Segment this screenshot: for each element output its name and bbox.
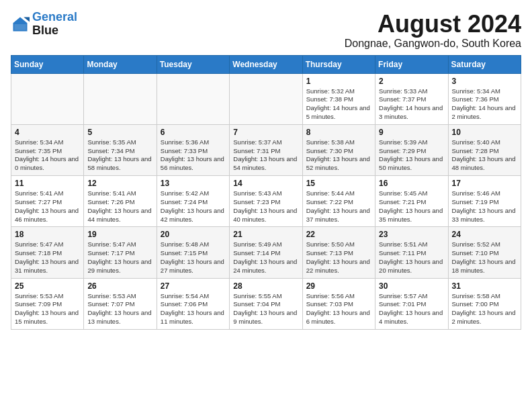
calendar-cell: 8Sunrise: 5:38 AM Sunset: 7:30 PM Daylig… [302,124,375,175]
logo-line2: Blue [32,24,77,38]
calendar-cell: 13Sunrise: 5:42 AM Sunset: 7:24 PM Dayli… [157,176,229,227]
day-number: 4 [15,128,80,137]
calendar-cell: 17Sunrise: 5:46 AM Sunset: 7:19 PM Dayli… [448,176,521,227]
weekday-header-saturday: Saturday [448,55,521,73]
day-content: Sunrise: 5:45 AM Sunset: 7:21 PM Dayligh… [379,189,444,224]
calendar-week-4: 18Sunrise: 5:47 AM Sunset: 7:18 PM Dayli… [11,227,521,278]
day-content: Sunrise: 5:35 AM Sunset: 7:34 PM Dayligh… [87,138,152,173]
logo-text: General Blue [32,11,77,38]
day-number: 27 [161,281,226,291]
day-number: 2 [379,77,444,86]
calendar-cell [157,73,229,124]
day-number: 20 [161,230,226,239]
day-number: 17 [452,179,517,188]
day-number: 21 [233,230,298,239]
day-content: Sunrise: 5:41 AM Sunset: 7:26 PM Dayligh… [87,189,152,224]
day-content: Sunrise: 5:41 AM Sunset: 7:27 PM Dayligh… [15,189,80,224]
calendar-cell: 28Sunrise: 5:55 AM Sunset: 7:04 PM Dayli… [230,278,302,329]
calendar-cell: 21Sunrise: 5:49 AM Sunset: 7:14 PM Dayli… [230,227,302,278]
day-number: 3 [452,77,517,86]
day-number: 24 [452,230,517,239]
day-content: Sunrise: 5:32 AM Sunset: 7:38 PM Dayligh… [306,87,371,122]
day-number: 1 [306,77,371,86]
calendar-cell: 9Sunrise: 5:39 AM Sunset: 7:29 PM Daylig… [375,124,448,175]
logo: General Blue [11,11,77,38]
calendar-cell: 16Sunrise: 5:45 AM Sunset: 7:21 PM Dayli… [375,176,448,227]
svg-rect-2 [14,24,26,30]
calendar-cell: 2Sunrise: 5:33 AM Sunset: 7:37 PM Daylig… [375,73,448,124]
day-number: 5 [87,128,152,137]
day-number: 29 [306,281,371,291]
day-content: Sunrise: 5:34 AM Sunset: 7:35 PM Dayligh… [15,138,80,173]
calendar-week-2: 4Sunrise: 5:34 AM Sunset: 7:35 PM Daylig… [11,124,521,175]
day-content: Sunrise: 5:46 AM Sunset: 7:19 PM Dayligh… [452,189,517,224]
calendar-cell: 15Sunrise: 5:44 AM Sunset: 7:22 PM Dayli… [302,176,375,227]
calendar-cell: 10Sunrise: 5:40 AM Sunset: 7:28 PM Dayli… [448,124,521,175]
calendar-cell: 29Sunrise: 5:56 AM Sunset: 7:03 PM Dayli… [302,278,375,329]
day-number: 30 [379,281,444,291]
day-content: Sunrise: 5:52 AM Sunset: 7:10 PM Dayligh… [452,240,517,275]
calendar-week-3: 11Sunrise: 5:41 AM Sunset: 7:27 PM Dayli… [11,176,521,227]
calendar-cell: 26Sunrise: 5:53 AM Sunset: 7:07 PM Dayli… [84,278,157,329]
weekday-header-thursday: Thursday [302,55,375,73]
logo-line1: General [32,10,77,24]
day-number: 12 [87,179,152,188]
day-number: 6 [161,128,226,137]
calendar-cell: 30Sunrise: 5:57 AM Sunset: 7:01 PM Dayli… [375,278,448,329]
calendar-cell: 6Sunrise: 5:36 AM Sunset: 7:33 PM Daylig… [157,124,229,175]
weekday-header-tuesday: Tuesday [157,55,229,73]
calendar-cell [11,73,84,124]
calendar-cell: 7Sunrise: 5:37 AM Sunset: 7:31 PM Daylig… [230,124,302,175]
day-content: Sunrise: 5:38 AM Sunset: 7:30 PM Dayligh… [306,138,371,173]
calendar-cell [84,73,157,124]
calendar-cell: 24Sunrise: 5:52 AM Sunset: 7:10 PM Dayli… [448,227,521,278]
page-header: General Blue August 2024 Dongnae, Gangwo… [11,11,521,50]
day-content: Sunrise: 5:55 AM Sunset: 7:04 PM Dayligh… [233,292,298,326]
calendar-cell: 25Sunrise: 5:53 AM Sunset: 7:09 PM Dayli… [11,278,84,329]
day-number: 10 [452,128,517,137]
day-content: Sunrise: 5:33 AM Sunset: 7:37 PM Dayligh… [379,87,444,122]
day-content: Sunrise: 5:37 AM Sunset: 7:31 PM Dayligh… [233,138,298,173]
weekday-header-friday: Friday [375,55,448,73]
calendar-cell: 4Sunrise: 5:34 AM Sunset: 7:35 PM Daylig… [11,124,84,175]
calendar-cell: 23Sunrise: 5:51 AM Sunset: 7:11 PM Dayli… [375,227,448,278]
day-content: Sunrise: 5:44 AM Sunset: 7:22 PM Dayligh… [306,189,371,224]
weekday-header-sunday: Sunday [11,55,84,73]
day-content: Sunrise: 5:36 AM Sunset: 7:33 PM Dayligh… [161,138,226,173]
day-content: Sunrise: 5:34 AM Sunset: 7:36 PM Dayligh… [452,87,517,122]
day-number: 13 [161,179,226,188]
day-content: Sunrise: 5:50 AM Sunset: 7:13 PM Dayligh… [306,240,371,275]
day-number: 16 [379,179,444,188]
day-number: 25 [15,281,80,291]
calendar-week-1: 1Sunrise: 5:32 AM Sunset: 7:38 PM Daylig… [11,73,521,124]
day-content: Sunrise: 5:47 AM Sunset: 7:17 PM Dayligh… [87,240,152,275]
day-number: 11 [15,179,80,188]
calendar-cell: 18Sunrise: 5:47 AM Sunset: 7:18 PM Dayli… [11,227,84,278]
day-number: 7 [233,128,298,137]
day-content: Sunrise: 5:54 AM Sunset: 7:06 PM Dayligh… [161,292,226,326]
calendar-cell: 22Sunrise: 5:50 AM Sunset: 7:13 PM Dayli… [302,227,375,278]
calendar-cell: 31Sunrise: 5:58 AM Sunset: 7:00 PM Dayli… [448,278,521,329]
day-number: 22 [306,230,371,239]
day-content: Sunrise: 5:56 AM Sunset: 7:03 PM Dayligh… [306,292,371,326]
day-number: 8 [306,128,371,137]
month-year-title: August 2024 [345,11,521,38]
day-content: Sunrise: 5:48 AM Sunset: 7:15 PM Dayligh… [161,240,226,275]
calendar-cell: 14Sunrise: 5:43 AM Sunset: 7:23 PM Dayli… [230,176,302,227]
day-content: Sunrise: 5:51 AM Sunset: 7:11 PM Dayligh… [379,240,444,275]
calendar-cell: 27Sunrise: 5:54 AM Sunset: 7:06 PM Dayli… [157,278,229,329]
title-block: August 2024 Dongnae, Gangwon-do, South K… [345,11,521,50]
day-content: Sunrise: 5:43 AM Sunset: 7:23 PM Dayligh… [233,189,298,224]
weekday-header-wednesday: Wednesday [230,55,302,73]
day-content: Sunrise: 5:53 AM Sunset: 7:09 PM Dayligh… [15,292,80,326]
day-number: 19 [87,230,152,239]
calendar-cell: 20Sunrise: 5:48 AM Sunset: 7:15 PM Dayli… [157,227,229,278]
calendar-cell: 5Sunrise: 5:35 AM Sunset: 7:34 PM Daylig… [84,124,157,175]
weekday-header-row: SundayMondayTuesdayWednesdayThursdayFrid… [11,55,521,73]
day-number: 26 [87,281,152,291]
day-number: 28 [233,281,298,291]
day-number: 31 [452,281,517,291]
calendar-cell: 12Sunrise: 5:41 AM Sunset: 7:26 PM Dayli… [84,176,157,227]
day-number: 23 [379,230,444,239]
calendar-table: SundayMondayTuesdayWednesdayThursdayFrid… [11,55,521,330]
